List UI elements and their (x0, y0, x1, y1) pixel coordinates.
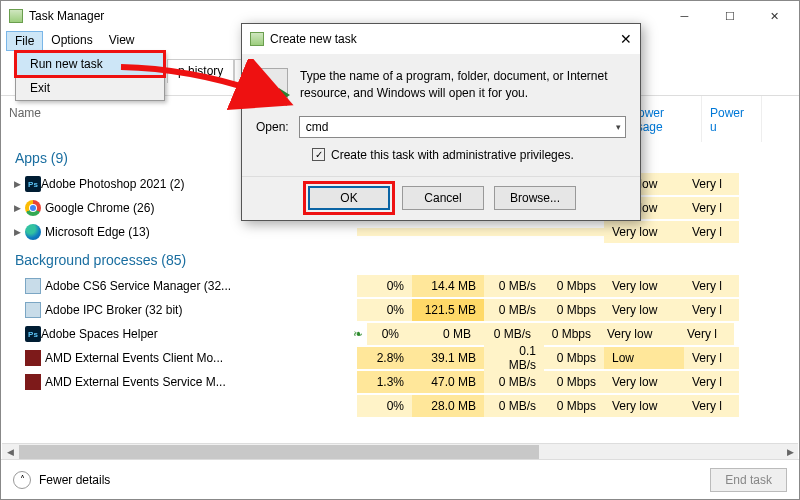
proc-name: Google Chrome (26) (45, 201, 154, 215)
file-dropdown: Run new task Exit (15, 51, 165, 101)
admin-checkbox[interactable]: ✓ (312, 148, 325, 161)
footer: ˄ Fewer details End task (1, 459, 799, 499)
chevron-up-icon: ˄ (13, 471, 31, 489)
dialog-title-bar[interactable]: Create new task ✕ (242, 24, 640, 54)
edge-icon (25, 224, 41, 240)
taskmanager-icon (9, 9, 23, 23)
chevron-right-icon[interactable]: ▶ (9, 203, 25, 213)
chevron-right-icon[interactable]: ▶ (9, 227, 25, 237)
window-title: Task Manager (29, 9, 662, 23)
open-value: cmd (306, 120, 329, 134)
end-task-button[interactable]: End task (710, 468, 787, 492)
table-row[interactable]: Adobe CS6 Service Manager (32... 0%14.4 … (1, 274, 799, 298)
table-row[interactable]: 0%28.0 MB0 MB/s0 MbpsVery lowVery l (1, 394, 799, 418)
proc-name: Microsoft Edge (13) (45, 225, 150, 239)
tab-app-history[interactable]: p history (167, 59, 234, 83)
admin-label: Create this task with administrative pri… (331, 148, 574, 162)
close-icon[interactable]: ✕ (620, 31, 632, 47)
open-input[interactable]: cmd ▾ (299, 116, 626, 138)
section-background: Background processes (85) (1, 244, 799, 274)
scroll-left-icon[interactable]: ◀ (2, 444, 18, 460)
amd-icon (25, 350, 41, 366)
table-row[interactable]: AMD External Events Client Mo... 2.8%39.… (1, 346, 799, 370)
menu-view[interactable]: View (101, 31, 143, 51)
horizontal-scrollbar[interactable]: ◀ ▶ (2, 443, 798, 459)
run-icon (256, 68, 288, 100)
dialog-message: Type the name of a program, folder, docu… (300, 68, 626, 102)
menu-file[interactable]: File (6, 31, 43, 51)
ok-highlight: OK (306, 184, 392, 212)
fewer-details-button[interactable]: ˄ Fewer details (13, 471, 110, 489)
app-icon (25, 278, 41, 294)
proc-name: Adobe CS6 Service Manager (32... (45, 279, 231, 293)
chevron-down-icon[interactable]: ▾ (616, 122, 621, 132)
table-row[interactable]: AMD External Events Service M... 1.3%47.… (1, 370, 799, 394)
maximize-button[interactable]: ☐ (707, 2, 752, 30)
dialog-title: Create new task (270, 32, 357, 46)
photoshop-icon: Ps (25, 176, 41, 192)
scrollbar-thumb[interactable] (19, 445, 539, 459)
app-icon (25, 302, 41, 318)
photoshop-icon: Ps (25, 326, 41, 342)
browse-button[interactable]: Browse... (494, 186, 576, 210)
leaf-icon: ❧ (353, 327, 363, 341)
proc-name: AMD External Events Service M... (45, 375, 226, 389)
close-button[interactable]: ✕ (752, 2, 797, 30)
table-row[interactable]: Adobe IPC Broker (32 bit) 0%121.5 MB0 MB… (1, 298, 799, 322)
create-task-dialog: Create new task ✕ Type the name of a pro… (241, 23, 641, 221)
cancel-button[interactable]: Cancel (402, 186, 484, 210)
chevron-right-icon[interactable]: ▶ (9, 179, 25, 189)
chrome-icon (25, 200, 41, 216)
menu-run-new-task[interactable]: Run new task (15, 51, 165, 77)
proc-name: AMD External Events Client Mo... (45, 351, 223, 365)
minimize-button[interactable]: ─ (662, 2, 707, 30)
proc-name: Adobe Photoshop 2021 (2) (41, 177, 184, 191)
proc-name: Adobe IPC Broker (32 bit) (45, 303, 182, 317)
scroll-right-icon[interactable]: ▶ (782, 444, 798, 460)
amd-icon (25, 374, 41, 390)
open-label: Open: (256, 120, 289, 134)
menu-options[interactable]: Options (43, 31, 100, 51)
proc-name: Adobe Spaces Helper (41, 327, 158, 341)
taskmanager-icon (250, 32, 264, 46)
table-row[interactable]: PsAdobe Spaces Helper ❧ 0%0 MB0 MB/s0 Mb… (1, 322, 799, 346)
table-row[interactable]: ▶Microsoft Edge (13) Very lowVery l (1, 220, 799, 244)
menu-exit[interactable]: Exit (16, 76, 164, 100)
ok-button[interactable]: OK (308, 186, 390, 210)
col-power-trend[interactable]: Power u (702, 96, 762, 142)
